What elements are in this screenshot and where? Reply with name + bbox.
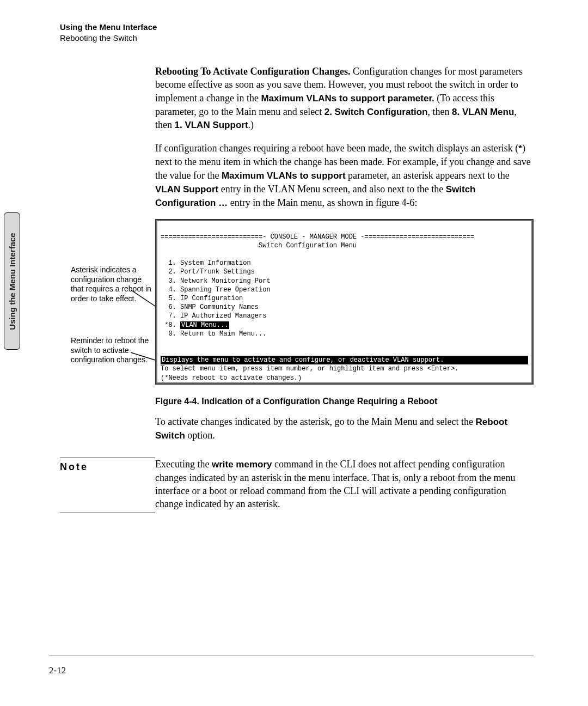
para3-t2: option. bbox=[185, 430, 215, 441]
figure-caption: Figure 4-4. Indication of a Configuratio… bbox=[155, 397, 534, 406]
paragraph-asterisk: If configuration changes requiring a reb… bbox=[155, 142, 534, 209]
para1-t3: , then bbox=[428, 106, 452, 117]
para1-b1: Maximum VLANs to support parameter. bbox=[261, 93, 434, 104]
term-help2: (*Needs reboot to activate changes.) bbox=[161, 374, 302, 382]
para2-b3: VLAN Support bbox=[155, 184, 218, 194]
para2-b1: * bbox=[518, 143, 522, 154]
term-subheader: Switch Configuration Menu bbox=[161, 242, 357, 249]
para3-t1: To activate changes indicated by the ast… bbox=[155, 416, 476, 427]
page-header-title: Using the Menu Interface bbox=[60, 22, 534, 33]
note-t1: Executing the bbox=[155, 459, 212, 470]
term-item: 6. SNMP Community Names bbox=[161, 303, 259, 311]
page-footer: 2-12 bbox=[49, 655, 534, 676]
term-item: 7. IP Authorized Managers bbox=[161, 312, 266, 320]
section-tab-label: Using the Menu Interface bbox=[8, 233, 17, 330]
para2-t5: entry in the Main menu, as shown in figu… bbox=[228, 197, 417, 208]
term-vlan: VLAN Menu... bbox=[180, 321, 229, 329]
section-tab: Using the Menu Interface bbox=[4, 212, 20, 350]
term-item: 2. Port/Trunk Settings bbox=[161, 268, 255, 276]
term-vlan-prefix: *8. bbox=[161, 321, 180, 329]
term-item: 1. System Information bbox=[161, 259, 251, 267]
note-body: Executing the write memory command in th… bbox=[155, 458, 534, 511]
term-help1: To select menu item, press item number, … bbox=[161, 365, 458, 373]
para1-b4: 1. VLAN Support bbox=[175, 120, 248, 130]
term-return: 0. Return to Main Menu... bbox=[161, 330, 266, 338]
term-header: ==========================- CONSOLE - MA… bbox=[161, 233, 474, 241]
para2-t4: entry in the VLAN Menu screen, and also … bbox=[218, 184, 446, 194]
page-number: 2-12 bbox=[49, 665, 66, 675]
term-item: 5. IP Configuration bbox=[161, 295, 243, 302]
para1-b3: 8. VLAN Menu bbox=[452, 107, 514, 117]
para1-b2: 2. Switch Configuration bbox=[324, 107, 428, 117]
para2-t3: parameter, an asterisk appears next to t… bbox=[346, 170, 510, 181]
para1-t5: .) bbox=[248, 119, 254, 130]
note-label: Note bbox=[60, 458, 155, 511]
note-b1: write memory bbox=[212, 459, 272, 470]
term-item: 4. Spanning Tree Operation bbox=[161, 286, 271, 294]
term-item: 3. Network Monitoring Port bbox=[161, 277, 271, 285]
para2-t1: If configuration changes requiring a reb… bbox=[155, 143, 518, 154]
term-statusbar: Displays the menu to activate and config… bbox=[161, 356, 528, 364]
page-header-subtitle: Rebooting the Switch bbox=[60, 33, 534, 44]
paragraph-reboot-activate: Rebooting To Activate Configuration Chan… bbox=[155, 65, 534, 132]
para1-lead: Rebooting To Activate Configuration Chan… bbox=[155, 66, 351, 77]
paragraph-activate: To activate changes indicated by the ast… bbox=[155, 415, 534, 442]
terminal-window: ==========================- CONSOLE - MA… bbox=[155, 219, 534, 384]
para2-b2: Maximum VLANs to support bbox=[222, 171, 346, 181]
